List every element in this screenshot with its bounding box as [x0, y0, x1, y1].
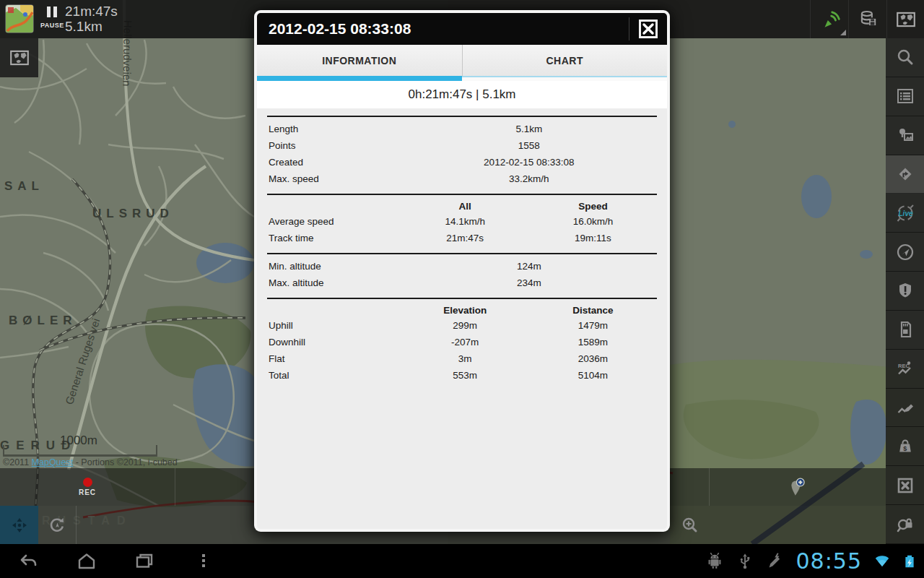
status-tray[interactable]: 08:55 — [704, 544, 918, 578]
system-clock: 08:55 — [796, 548, 862, 574]
stat-cell: 33.2km/h — [401, 173, 657, 184]
stat-cell: Flat — [267, 353, 401, 364]
stats-row: Flat3m2036m — [267, 350, 657, 367]
map-scale-bar — [3, 445, 157, 457]
sd-card-icon — [895, 319, 915, 340]
map-selector-button[interactable] — [886, 0, 924, 38]
sidebar-button-zoom-lock[interactable] — [886, 505, 924, 544]
recents-button[interactable] — [127, 550, 162, 573]
sidebar-button-close[interactable] — [886, 466, 924, 505]
stat-cell: Created — [267, 157, 401, 168]
stat-cell: 19m:11s — [529, 233, 657, 243]
menu-button[interactable] — [186, 550, 221, 573]
attribution-suffix: - Portions ©2011, i-cubed — [73, 457, 177, 467]
pause-button[interactable]: PAUSE — [40, 7, 64, 33]
stat-cell: 2036m — [529, 353, 657, 364]
map-label-oppsal: SAL — [4, 179, 44, 194]
tab-chart[interactable]: CHART — [462, 45, 668, 76]
stat-cell: 1479m — [529, 320, 657, 331]
pause-label: PAUSE — [40, 22, 64, 29]
pen-flash-notification-icon — [764, 551, 786, 572]
zoom-in-button[interactable] — [670, 506, 710, 544]
sidebar-button-record-track[interactable]: REC — [886, 350, 924, 389]
title-divider — [629, 17, 629, 40]
rec-button[interactable]: REC — [79, 478, 96, 496]
close-square-icon — [895, 475, 915, 496]
rec-text: REC — [898, 363, 910, 369]
add-waypoint-button[interactable] — [787, 476, 808, 498]
dialog-tabs: INFORMATION CHART — [257, 45, 667, 76]
stats-row: Average speed14.1km/h16.0km/h — [267, 213, 657, 230]
stat-cell: 234m — [401, 277, 657, 288]
rec-dot-icon — [83, 478, 92, 487]
rotate-map-button[interactable] — [38, 506, 77, 544]
record-track-icon: REC — [895, 358, 915, 379]
stat-cell: 5104m — [529, 370, 657, 381]
route-turn-icon — [895, 164, 915, 184]
back-button[interactable] — [12, 550, 46, 573]
photo-map-icon — [895, 125, 915, 145]
elapsed-time: 21m:47s — [65, 4, 118, 19]
track-details-dialog: 2012-02-15 08:33:08 INFORMATION CHART 0h… — [254, 10, 670, 532]
stats-row: Uphill299m1479m — [267, 317, 657, 334]
stats-row: Max. altitude234m — [267, 275, 657, 291]
stat-cell: Downhill — [267, 337, 401, 348]
stat-cell: 553m — [401, 370, 529, 381]
tab-information[interactable]: INFORMATION — [257, 45, 462, 76]
app-icon[interactable] — [5, 4, 34, 33]
tab-information-label: INFORMATION — [322, 55, 396, 66]
stats-section: AllSpeedAverage speed14.1km/h16.0km/hTra… — [267, 194, 657, 253]
close-x-icon — [641, 22, 655, 36]
sidebar-button-route-turn[interactable] — [886, 155, 924, 194]
android-debug-icon — [704, 551, 725, 572]
sidebar-button-track-list[interactable] — [886, 77, 924, 116]
stats-section: Length5.1kmPoints1558Created2012-02-15 0… — [267, 116, 657, 194]
stats-row: Length5.1km — [267, 121, 657, 137]
dialog-title: 2012-02-15 08:33:08 — [257, 20, 411, 38]
menu-dots-icon — [192, 550, 215, 573]
stats-row: Downhill-207m1589m — [267, 334, 657, 350]
stat-cell: Speed — [529, 201, 657, 212]
close-button[interactable] — [639, 20, 658, 38]
stats-row: Total553m5104m — [267, 367, 657, 384]
shop-bag-icon: $ — [895, 436, 915, 457]
dialog-title-bar: 2012-02-15 08:33:08 — [257, 13, 667, 45]
stats-header-row: ElevationDistance — [267, 303, 657, 317]
oruxmaps-app-icon — [6, 5, 33, 33]
layer-switch-button[interactable] — [0, 38, 38, 77]
mapquest-link[interactable]: MapQuest — [32, 457, 74, 467]
sidebar-button-shop[interactable]: $ — [886, 427, 924, 466]
stats-section: Min. altitude124mMax. altitude234m — [267, 253, 657, 298]
sidebar-button-search[interactable] — [886, 38, 924, 77]
long-press-corner — [840, 30, 846, 35]
stat-cell: Max. altitude — [267, 277, 401, 288]
sidebar-button-sd-card[interactable] — [886, 311, 924, 350]
stat-cell: 5.1km — [401, 124, 657, 134]
compass-icon — [895, 242, 915, 262]
search-icon — [895, 47, 915, 67]
right-toolbar: Live — [886, 38, 924, 544]
stat-cell: Uphill — [267, 320, 401, 331]
stat-cell: 1558 — [401, 140, 657, 151]
gps-status-button[interactable] — [810, 0, 849, 38]
stat-cell: Min. altitude — [267, 261, 401, 272]
home-button[interactable] — [69, 550, 104, 573]
sidebar-button-alerts[interactable] — [886, 272, 924, 311]
sidebar-button-live-tracking[interactable]: Live — [886, 194, 924, 233]
attribution-prefix: ©2011 — [3, 457, 32, 467]
draw-track-icon — [895, 397, 915, 418]
gps-signal-icon — [819, 9, 841, 30]
map-label-boler: BØLER — [9, 314, 77, 328]
wifi-status-icon — [872, 551, 892, 571]
stat-cell: 2012-02-15 08:33:08 — [401, 157, 657, 168]
sidebar-button-draw-track[interactable] — [886, 389, 924, 428]
map-attribution: ©2011 MapQuest - Portions ©2011, i-cubed — [3, 457, 178, 467]
sidebar-button-compass[interactable] — [886, 233, 924, 272]
stats-row: Track time21m:47s19m:11s — [267, 230, 657, 246]
sidebar-button-photo-map[interactable] — [886, 116, 924, 155]
save-database-button[interactable] — [848, 0, 887, 38]
live-text: Live — [898, 210, 912, 217]
active-tab-indicator — [257, 76, 462, 81]
inactive-tab-indicator — [462, 76, 667, 81]
pan-mode-button[interactable] — [0, 506, 38, 544]
